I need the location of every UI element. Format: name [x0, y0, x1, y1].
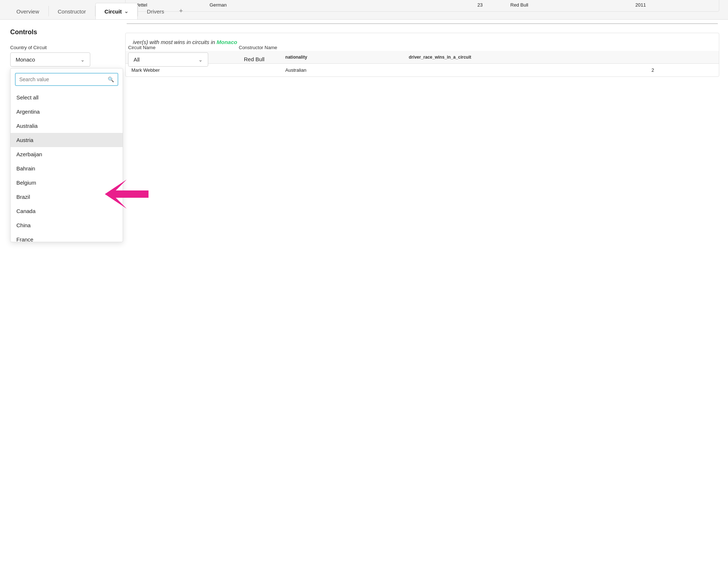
dropdown-list: Select all Argentina Australia Austria A… — [11, 89, 123, 242]
dropdown-item-argentina[interactable]: Argentina — [11, 105, 123, 119]
dropdown-item-canada[interactable]: Canada — [11, 204, 123, 218]
country-dropdown-panel: 🔍 Select all Argentina Australia Austria… — [10, 68, 123, 242]
circuit-name-value: All — [134, 56, 140, 63]
tab-circuit[interactable]: Circuit ⌄ — [95, 3, 138, 19]
dropdown-item-australia[interactable]: Australia — [11, 119, 123, 133]
dropdown-item-bahrain[interactable]: Bahrain — [11, 161, 123, 176]
table-row: n Vettel German 23 Red Bull 2011 — [126, 0, 719, 11]
dropdown-item-austria[interactable]: Austria — [11, 133, 123, 147]
dropdown-item-belgium[interactable]: Belgium — [11, 176, 123, 190]
tab-circuit-label: Circuit — [104, 8, 122, 15]
circuit-name-chevron-icon: ⌄ — [198, 57, 203, 63]
constructor-name-value: Red Bull — [239, 52, 312, 66]
app-container: Overview Constructor Circuit ⌄ Drivers +… — [0, 0, 728, 575]
cell-constructor: Red Bull — [505, 0, 629, 11]
dropdown-search-area: 🔍 — [11, 68, 123, 89]
country-label: Country of Circuit — [10, 45, 90, 50]
controls-row: Country of Circuit Monaco ⌄ 🔍 Select all — [10, 45, 718, 67]
circuit-name-dropdown-button[interactable]: All ⌄ — [128, 52, 208, 67]
chevron-down-icon: ⌄ — [124, 8, 128, 14]
country-control-group: Country of Circuit Monaco ⌄ 🔍 Select all — [10, 45, 90, 67]
tab-constructor-label: Constructor — [58, 8, 86, 15]
country-dropdown-button[interactable]: Monaco ⌄ — [10, 52, 90, 67]
dropdown-item-china[interactable]: China — [11, 218, 123, 232]
tab-overview-label: Overview — [16, 8, 39, 15]
tab-overview[interactable]: Overview — [7, 3, 48, 19]
constructor-name-label: Constructor Name — [239, 45, 312, 50]
dropdown-item-select-all[interactable]: Select all — [11, 90, 123, 105]
search-icon: 🔍 — [108, 76, 114, 82]
dropdown-item-france[interactable]: France — [11, 232, 123, 242]
dropdown-item-azerbaijan[interactable]: Azerbaijan — [11, 147, 123, 161]
cell-year: 2011 — [630, 0, 688, 11]
tab-add-button[interactable]: + — [173, 3, 189, 19]
section2-title-prefix: iver(s) with most wins in circuits in — [133, 39, 217, 45]
section2-title-highlight: Monaco — [217, 39, 237, 45]
section1-table: fullname nationality youngest_driver_age… — [126, 0, 719, 11]
section-divider — [127, 23, 718, 24]
section-youngest-driver: youngest driver(s) to win in circuits in… — [125, 0, 719, 12]
circuit-name-control-group: Circuit Name All ⌄ — [128, 45, 208, 67]
tab-drivers[interactable]: Drivers — [138, 3, 174, 19]
tab-constructor[interactable]: Constructor — [49, 3, 95, 19]
search-input-wrapper: 🔍 — [15, 73, 118, 86]
search-input[interactable] — [19, 76, 105, 82]
cell-nationality: German — [204, 0, 292, 11]
country-chevron-icon: ⌄ — [80, 57, 85, 63]
cell-age: 23 — [292, 0, 505, 11]
constructor-name-control-group: Constructor Name Red Bull — [239, 45, 312, 66]
dropdown-item-brazil[interactable]: Brazil — [11, 190, 123, 204]
cell-extra1 — [688, 0, 719, 11]
main-content: Controls Country of Circuit Monaco ⌄ 🔍 — [0, 20, 728, 575]
tab-drivers-label: Drivers — [147, 8, 165, 15]
circuit-name-label: Circuit Name — [128, 45, 208, 50]
tab-add-icon: + — [179, 7, 183, 15]
country-value: Monaco — [16, 56, 35, 63]
